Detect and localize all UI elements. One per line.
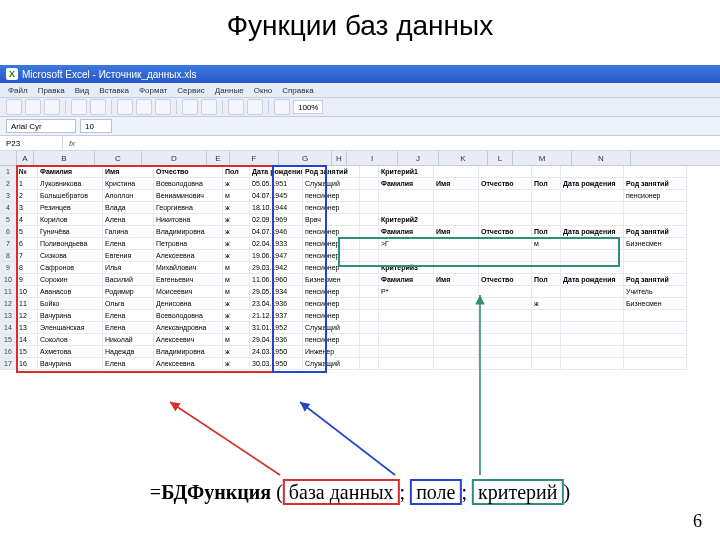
col-header-H[interactable]: H <box>332 151 347 165</box>
cell[interactable]: 1 <box>17 178 38 190</box>
cell[interactable] <box>561 214 624 226</box>
row-header[interactable]: 10 <box>0 274 17 286</box>
cell[interactable]: Р* <box>379 286 434 298</box>
cell[interactable] <box>532 346 561 358</box>
cell[interactable] <box>624 310 687 322</box>
cell[interactable]: Род занятий <box>624 226 687 238</box>
cell[interactable] <box>532 166 561 178</box>
print-icon[interactable] <box>71 99 87 115</box>
cell[interactable] <box>360 298 379 310</box>
cell[interactable] <box>624 166 687 178</box>
cell[interactable]: Фамилия <box>379 274 434 286</box>
row-header[interactable]: 13 <box>0 310 17 322</box>
cell[interactable]: Ахметова <box>38 346 103 358</box>
name-box[interactable]: P23 <box>0 136 63 150</box>
cell[interactable]: Гуничёва <box>38 226 103 238</box>
cell[interactable]: Врач <box>303 214 360 226</box>
cell[interactable]: Имя <box>103 166 154 178</box>
cell[interactable]: 19.06.1947 <box>250 250 303 262</box>
row-header[interactable]: 4 <box>0 202 17 214</box>
cell[interactable]: пенсионер <box>303 262 360 274</box>
row-header[interactable]: 12 <box>0 298 17 310</box>
cell[interactable]: 6 <box>17 238 38 250</box>
cell[interactable]: ж <box>223 202 250 214</box>
cell[interactable] <box>434 286 479 298</box>
cell[interactable]: Сафронов <box>38 262 103 274</box>
cell[interactable] <box>561 298 624 310</box>
col-header-I[interactable]: I <box>347 151 398 165</box>
col-header-A[interactable]: A <box>17 151 34 165</box>
cell[interactable]: Пол <box>532 178 561 190</box>
cell[interactable]: пенсионер <box>303 310 360 322</box>
cell[interactable]: ж <box>223 310 250 322</box>
cell[interactable] <box>434 250 479 262</box>
cell[interactable]: Имя <box>434 274 479 286</box>
row-header[interactable]: 6 <box>0 226 17 238</box>
cell[interactable] <box>479 190 532 202</box>
cell[interactable]: 29.05.1934 <box>250 286 303 298</box>
row-header[interactable]: 14 <box>0 322 17 334</box>
cell[interactable] <box>479 238 532 250</box>
cell[interactable]: м <box>223 190 250 202</box>
copy-icon[interactable] <box>136 99 152 115</box>
cell[interactable]: Имя <box>434 226 479 238</box>
cell[interactable] <box>561 358 624 370</box>
col-header-K[interactable]: K <box>439 151 488 165</box>
cell[interactable]: 9 <box>17 274 38 286</box>
cell[interactable]: Корилов <box>38 214 103 226</box>
cell[interactable]: Вачурина <box>38 358 103 370</box>
row-header[interactable]: 5 <box>0 214 17 226</box>
cell[interactable] <box>561 190 624 202</box>
cell[interactable]: ж <box>223 214 250 226</box>
cell[interactable]: Михайлович <box>154 262 223 274</box>
cell[interactable]: пенсионер <box>303 190 360 202</box>
cell[interactable]: Большебратов <box>38 190 103 202</box>
cell[interactable] <box>532 214 561 226</box>
cell[interactable]: Аполлон <box>103 190 154 202</box>
cell[interactable] <box>479 298 532 310</box>
cut-icon[interactable] <box>117 99 133 115</box>
cell[interactable] <box>532 190 561 202</box>
menu-help[interactable]: Справка <box>282 86 313 95</box>
cell[interactable]: >Г <box>379 238 434 250</box>
sort-desc-icon[interactable] <box>247 99 263 115</box>
cell[interactable] <box>379 322 434 334</box>
cell[interactable] <box>360 250 379 262</box>
cell[interactable] <box>360 166 379 178</box>
cell[interactable]: Служащий <box>303 178 360 190</box>
col-header-E[interactable]: E <box>207 151 230 165</box>
cell[interactable]: Служащий <box>303 358 360 370</box>
cell[interactable]: ж <box>223 250 250 262</box>
cell[interactable]: Василий <box>103 274 154 286</box>
cell[interactable] <box>561 202 624 214</box>
cell[interactable]: Сорокин <box>38 274 103 286</box>
cell[interactable]: Род занятий <box>303 166 360 178</box>
cell[interactable] <box>360 214 379 226</box>
cell[interactable]: Вачурина <box>38 310 103 322</box>
cell[interactable]: Дата рождения <box>250 166 303 178</box>
col-header-C[interactable]: C <box>95 151 142 165</box>
row-header[interactable]: 17 <box>0 358 17 370</box>
cell[interactable] <box>624 334 687 346</box>
size-combo[interactable]: 10 <box>80 119 112 133</box>
cell[interactable]: Резинцев <box>38 202 103 214</box>
cell[interactable] <box>379 202 434 214</box>
cell[interactable]: Фамилия <box>38 166 103 178</box>
preview-icon[interactable] <box>90 99 106 115</box>
cell[interactable]: м <box>532 238 561 250</box>
cell[interactable]: Владимировна <box>154 226 223 238</box>
toolbar-standard[interactable]: 100% <box>0 97 720 117</box>
cell[interactable]: Фамилия <box>379 226 434 238</box>
cell[interactable] <box>532 310 561 322</box>
cell[interactable] <box>561 238 624 250</box>
font-combo[interactable]: Arial Cyr <box>6 119 76 133</box>
cell[interactable]: 02.09.1969 <box>250 214 303 226</box>
menu-view[interactable]: Вид <box>75 86 89 95</box>
cell[interactable]: пенсионер <box>303 202 360 214</box>
cell[interactable] <box>434 334 479 346</box>
toolbar-formatting[interactable]: Arial Cyr 10 <box>0 117 720 136</box>
cell[interactable] <box>434 358 479 370</box>
cell[interactable] <box>561 310 624 322</box>
cell[interactable] <box>379 190 434 202</box>
cell[interactable]: 12 <box>17 310 38 322</box>
